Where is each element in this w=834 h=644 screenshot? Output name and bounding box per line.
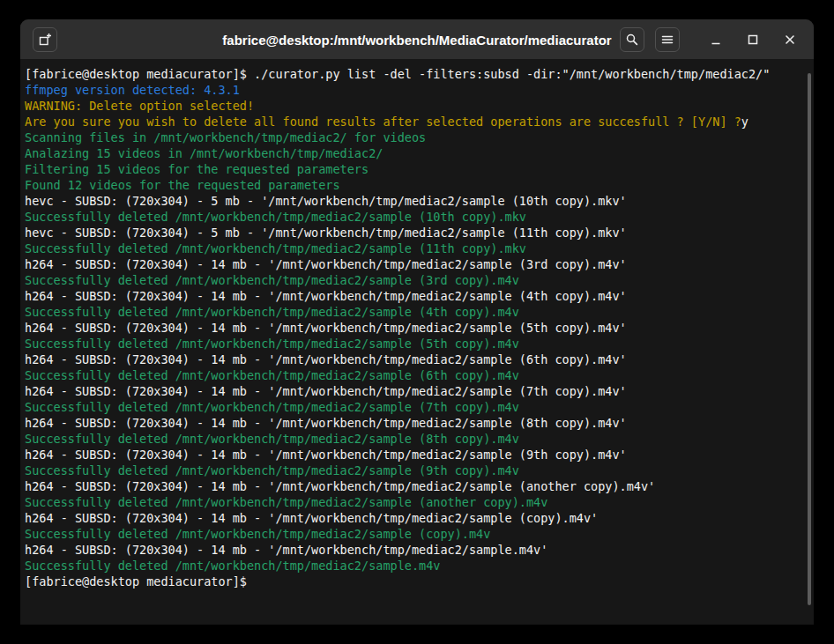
terminal-output[interactable]: [fabrice@desktop mediacurator]$ ./curato… [20, 61, 814, 625]
terminal-line: [fabrice@desktop mediacurator]$ ./curato… [25, 66, 801, 82]
terminal-line: Successfully deleted /mnt/workbench/tmp/… [25, 304, 801, 320]
minimize-button[interactable] [703, 27, 729, 52]
terminal-line: hevc - SUBSD: (720x304) - 5 mb - '/mnt/w… [25, 225, 801, 241]
terminal-line: Successfully deleted /mnt/workbench/tmp/… [25, 399, 801, 415]
terminal-line: Filtering 15 videos for the requested pa… [25, 161, 801, 177]
terminal-line: h264 - SUBSD: (720x304) - 14 mb - '/mnt/… [25, 288, 801, 304]
close-icon [783, 33, 797, 47]
terminal-line: Scanning files in /mnt/workbench/tmp/med… [25, 130, 801, 145]
terminal-line: Successfully deleted /mnt/workbench/tmp/… [25, 209, 801, 225]
terminal-line: Successfully deleted /mnt/workbench/tmp/… [25, 558, 801, 574]
menu-button[interactable] [655, 27, 680, 52]
terminal-line: Analazing 15 videos in /mnt/workbench/tm… [25, 145, 801, 161]
terminal-line: WARNING: Delete option selected! [25, 98, 801, 114]
hamburger-icon [660, 33, 674, 47]
search-icon [625, 33, 639, 47]
terminal-line: Successfully deleted /mnt/workbench/tmp/… [25, 272, 801, 288]
terminal-line: h264 - SUBSD: (720x304) - 14 mb - '/mnt/… [25, 415, 801, 431]
headerbar-right [620, 27, 803, 52]
minimize-icon [709, 33, 723, 47]
terminal-line: Successfully deleted /mnt/workbench/tmp/… [25, 463, 801, 478]
terminal-line: h264 - SUBSD: (720x304) - 14 mb - '/mnt/… [25, 542, 801, 558]
terminal-line: Found 12 videos for the requested parame… [25, 177, 801, 193]
terminal-line: Successfully deleted /mnt/workbench/tmp/… [25, 431, 801, 447]
terminal-line: ffmpeg version detected: 4.3.1 [25, 82, 801, 98]
window-title: fabrice@desktop:/mnt/workbench/MediaCura… [222, 32, 611, 47]
terminal-line: Successfully deleted /mnt/workbench/tmp/… [25, 241, 801, 256]
search-button[interactable] [620, 27, 644, 52]
terminal-line: h264 - SUBSD: (720x304) - 14 mb - '/mnt/… [25, 510, 801, 526]
terminal-line: hevc - SUBSD: (720x304) - 5 mb - '/mnt/w… [25, 193, 801, 209]
maximize-button[interactable] [740, 27, 766, 52]
terminal-line: Successfully deleted /mnt/workbench/tmp/… [25, 494, 801, 510]
close-button[interactable] [777, 27, 803, 52]
scrollbar[interactable] [805, 62, 813, 622]
terminal-line: [fabrice@desktop mediacurator]$ [25, 574, 801, 589]
terminal-line: Successfully deleted /mnt/workbench/tmp/… [25, 367, 801, 383]
terminal-line: Successfully deleted /mnt/workbench/tmp/… [25, 336, 801, 352]
terminal-line: h264 - SUBSD: (720x304) - 14 mb - '/mnt/… [25, 320, 801, 336]
terminal-line: h264 - SUBSD: (720x304) - 14 mb - '/mnt/… [25, 256, 801, 272]
terminal-line: h264 - SUBSD: (720x304) - 14 mb - '/mnt/… [25, 478, 801, 494]
scrollbar-thumb[interactable] [808, 73, 811, 605]
terminal-window: fabrice@desktop:/mnt/workbench/MediaCura… [20, 19, 814, 625]
terminal-line: Successfully deleted /mnt/workbench/tmp/… [25, 526, 801, 542]
terminal-line: h264 - SUBSD: (720x304) - 14 mb - '/mnt/… [25, 383, 801, 399]
headerbar-left [33, 27, 57, 52]
terminal-line: h264 - SUBSD: (720x304) - 14 mb - '/mnt/… [25, 447, 801, 463]
terminal-line: Are you sure you wish to delete all foun… [25, 114, 801, 130]
headerbar: fabrice@desktop:/mnt/workbench/MediaCura… [20, 19, 814, 60]
tab-new-icon [38, 33, 52, 47]
terminal-line: h264 - SUBSD: (720x304) - 14 mb - '/mnt/… [25, 352, 801, 367]
new-tab-button[interactable] [33, 27, 57, 52]
maximize-icon [746, 33, 760, 47]
